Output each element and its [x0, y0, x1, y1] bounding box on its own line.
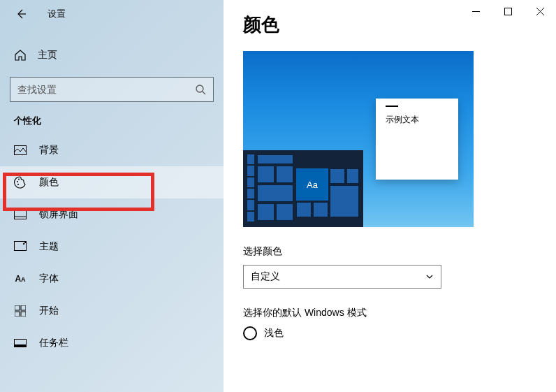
svg-point-4 [17, 184, 19, 185]
minimize-button[interactable] [460, 0, 492, 22]
choose-color-label: 选择颜色 [243, 245, 536, 258]
search-icon [195, 84, 206, 95]
window-controls [460, 0, 556, 22]
image-icon [14, 144, 27, 157]
svg-rect-13 [15, 344, 27, 347]
sidebar-item-label: 锁屏界面 [39, 208, 78, 221]
sidebar-item-label: 背景 [39, 144, 59, 157]
font-icon: AA [14, 273, 27, 285]
home-button[interactable]: 主页 [0, 41, 224, 70]
sidebar-item-color[interactable]: 颜色 [0, 166, 224, 198]
svg-rect-14 [504, 8, 511, 15]
sidebar-item-font[interactable]: AA 字体 [0, 263, 224, 295]
sidebar-item-taskbar[interactable]: 任务栏 [0, 327, 224, 359]
svg-rect-9 [21, 305, 26, 310]
home-label: 主页 [38, 49, 57, 61]
back-button[interactable] [14, 7, 28, 21]
light-mode-radio[interactable]: 浅色 [243, 326, 536, 340]
svg-point-2 [17, 181, 18, 182]
section-label: 个性化 [0, 102, 224, 134]
preview-sample-text: 示例文本 [386, 114, 448, 126]
sidebar-item-background[interactable]: 背景 [0, 134, 224, 166]
search-input[interactable] [17, 84, 195, 95]
palette-icon [14, 176, 27, 189]
arrow-left-icon [15, 8, 27, 20]
sidebar-item-label: 任务栏 [39, 337, 68, 349]
sidebar-item-lockscreen[interactable]: 锁屏界面 [0, 198, 224, 231]
preview-sample-window: 示例文本 [376, 99, 458, 180]
taskbar-icon [14, 337, 27, 349]
preview-aa-tile: Aa [296, 168, 328, 201]
theme-icon [14, 240, 27, 253]
close-icon [536, 8, 544, 15]
svg-point-3 [18, 179, 20, 180]
sidebar-item-label: 颜色 [39, 176, 59, 189]
default-mode-label: 选择你的默认 Windows 模式 [243, 307, 536, 319]
svg-rect-10 [15, 312, 20, 317]
lockscreen-icon [14, 208, 27, 221]
sidebar-item-theme[interactable]: 主题 [0, 231, 224, 263]
maximize-button[interactable] [492, 0, 524, 22]
svg-rect-5 [15, 210, 27, 219]
radio-icon [243, 326, 257, 340]
close-button[interactable] [524, 0, 556, 22]
choose-color-select[interactable]: 自定义 [243, 265, 441, 289]
minimize-icon [472, 8, 480, 15]
svg-rect-8 [15, 305, 20, 310]
preview-accent-bar [386, 106, 398, 107]
titlebar: 设置 [0, 0, 224, 28]
sidebar-item-label: 主题 [39, 240, 59, 253]
chevron-down-icon [425, 273, 434, 281]
svg-point-0 [196, 85, 203, 92]
color-preview: 示例文本 Aa [243, 51, 474, 227]
preview-start-menu: Aa [243, 150, 363, 227]
window-title: 设置 [47, 8, 66, 20]
home-icon [14, 49, 27, 61]
choose-color-value: 自定义 [251, 270, 280, 283]
maximize-icon [504, 8, 512, 15]
svg-rect-11 [21, 312, 26, 317]
sidebar-item-start[interactable]: 开始 [0, 295, 224, 327]
light-mode-label: 浅色 [264, 327, 284, 340]
sidebar-item-label: 字体 [39, 273, 59, 285]
sidebar-item-label: 开始 [39, 305, 59, 317]
start-icon [14, 305, 27, 317]
sidebar: 设置 主页 个性化 背景 颜色 锁屏界面 [0, 0, 224, 392]
main-content: 颜色 示例文本 Aa [224, 0, 556, 392]
search-box[interactable] [10, 77, 214, 102]
svg-rect-6 [15, 217, 27, 219]
